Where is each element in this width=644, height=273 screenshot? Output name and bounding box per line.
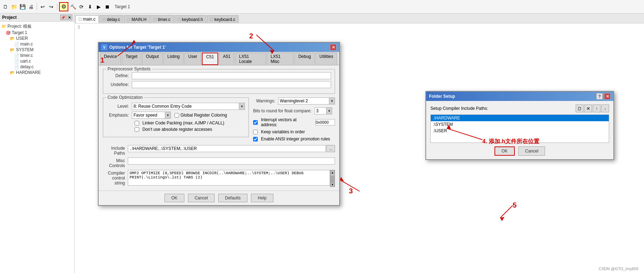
folder-dialog-footer: OK Cancel <box>430 146 609 156</box>
toolbar-target-options-icon[interactable]: ⚙ <box>59 2 68 11</box>
folder-up-btn[interactable]: ↑ <box>593 105 601 112</box>
tree-hardware-folder[interactable]: 📂 HARDWARE <box>1 70 73 75</box>
tab-utilities[interactable]: Utilities <box>315 53 337 65</box>
bits-float-row: Bits to round for float compare: 3 ▼ <box>253 107 335 114</box>
tree-hardware-label: HARDWARE <box>16 70 41 75</box>
tab-debug[interactable]: Debug <box>294 53 315 65</box>
options-help-btn[interactable]: Help <box>251 194 273 202</box>
interrupt-checkbox[interactable] <box>253 120 258 125</box>
undefine-input[interactable] <box>132 81 331 88</box>
folder-dialog-close-btn[interactable]: ✕ <box>604 93 611 100</box>
options-cancel-btn[interactable]: Cancel <box>188 194 215 202</box>
options-dialog-icon: V <box>101 44 107 50</box>
emphasis-dropdown-arrow[interactable]: ▼ <box>165 112 171 118</box>
folder-cancel-btn[interactable]: Cancel <box>518 146 545 156</box>
tab-bar: main.c delay.c MAIN.H timer.c keyboard.h… <box>75 14 644 23</box>
toolbar-open-icon[interactable]: 📁 <box>10 3 18 11</box>
tab-delay-c[interactable]: delay.c <box>99 15 123 23</box>
tab-a51[interactable]: A51 <box>219 53 234 65</box>
options-defaults-btn[interactable]: Defaults <box>218 194 247 202</box>
tab-main-h[interactable]: MAIN.H <box>124 15 150 23</box>
folder-delete-btn[interactable]: ✕ <box>584 105 592 112</box>
undefine-row: Undefine: <box>107 81 331 88</box>
include-paths-browse-btn[interactable]: ... <box>326 145 335 152</box>
keep-variables-checkbox[interactable] <box>253 130 258 134</box>
bits-float-arrow[interactable]: ▼ <box>326 108 332 114</box>
tab-lx51-locate[interactable]: LX51 Locate <box>235 53 266 65</box>
folder-down-btn[interactable]: ↓ <box>601 105 609 112</box>
linker-packing-checkbox[interactable] <box>135 121 139 125</box>
folder-list-item-1[interactable]: .\SYSTEM <box>431 121 609 128</box>
toolbar-stop-icon[interactable]: ⏹ <box>103 3 111 11</box>
tab-target-opt[interactable]: Target <box>122 53 141 65</box>
toolbar-download-icon[interactable]: ⬇ <box>86 3 94 11</box>
tab-keyboard-c[interactable]: keyboard.c <box>207 15 239 23</box>
tab-user[interactable]: User <box>184 53 201 65</box>
dont-use-absolute-row: Don't use absolute register accesses <box>107 127 245 132</box>
undefine-label: Undefine: <box>107 82 132 87</box>
options-dialog-close[interactable]: ✕ <box>330 44 336 50</box>
tree-delay-c[interactable]: 📄 delay.c <box>1 64 73 70</box>
toolbar: 🗋 📁 💾 🖨 ↩ ↪ ⚙ 🔨 ⟳ ⬇ ▶ ⏹ Target 1 <box>0 0 644 14</box>
toolbar-redo-icon[interactable]: ↪ <box>47 3 55 11</box>
tree-target1[interactable]: 🎯 Target 1 <box>1 30 73 36</box>
toolbar-save-icon[interactable]: 💾 <box>19 3 26 11</box>
tree-hardware-icon: 📂 <box>10 70 15 75</box>
options-ok-btn[interactable]: OK <box>164 194 184 202</box>
misc-controls-input[interactable] <box>128 157 335 165</box>
compiler-string-textarea[interactable]: OMF2 OPTIMIZE (8,SPEED) BROWSE INCDIR(..… <box>128 170 330 186</box>
folder-dialog-help-btn[interactable]: ? <box>596 93 603 100</box>
toolbar-build-icon[interactable]: 🔨 <box>69 3 77 11</box>
folder-new-btn[interactable]: 🗋 <box>576 105 583 112</box>
tree-user-folder[interactable]: 📂 USER <box>1 36 73 41</box>
tab-output[interactable]: Output <box>142 53 163 65</box>
scroll-thumb[interactable] <box>330 175 335 182</box>
global-register-label: Global Register Coloring <box>180 113 227 118</box>
tab-listing[interactable]: Listing <box>163 53 184 65</box>
preprocessor-title: Preprocessor Symbols <box>106 66 152 71</box>
toolbar-undo-icon[interactable]: ↩ <box>39 3 47 11</box>
panel-pin-btn[interactable]: 📌 <box>60 15 66 20</box>
toolbar-rebuild-icon[interactable]: ⟳ <box>78 3 85 11</box>
folder-list-item-0[interactable]: .\HARDWARE <box>431 115 609 121</box>
scroll-down[interactable]: ▼ <box>330 182 335 187</box>
interrupt-address-input[interactable] <box>315 119 335 125</box>
enable-ansi-label: Enable ANSI integer promotion rules <box>261 136 330 141</box>
tab-keyboard-h[interactable]: keyboard.h <box>174 15 206 23</box>
tree-timer-c[interactable]: 📄 timer.c <box>1 53 73 58</box>
folder-ok-btn[interactable]: OK <box>494 146 515 156</box>
emphasis-dropdown[interactable]: Favor speed ▼ <box>132 112 171 119</box>
toolbar-run-icon[interactable]: ▶ <box>95 3 103 11</box>
toolbar-print-icon[interactable]: 🖨 <box>27 3 35 11</box>
tree-root[interactable]: 📁 Project: 模板 <box>1 23 73 30</box>
tree-main-c[interactable]: 📄 main.c <box>1 41 73 47</box>
compiler-string-scrollbar[interactable]: ▲ ▼ <box>330 170 335 187</box>
include-paths-input[interactable] <box>128 145 326 152</box>
warnings-dropdown[interactable]: Warninglevel 2 ▼ <box>278 97 335 105</box>
options-dialog-content: Preprocessor Symbols Define: Undefine: C <box>99 65 339 191</box>
level-dropdown-arrow[interactable]: ▼ <box>239 103 245 109</box>
tree-folder-icon: 📂 <box>10 36 15 41</box>
tab-c51[interactable]: C51 <box>202 53 218 65</box>
toolbar-new-icon[interactable]: 🗋 <box>1 3 9 11</box>
include-paths-row: IncludePaths ... <box>103 145 335 156</box>
svg-marker-5 <box>340 177 344 181</box>
tab-lx51-misc[interactable]: LX51 Misc <box>267 53 294 65</box>
project-panel-title: Project <box>2 15 17 20</box>
tree-system-folder[interactable]: 📂 SYSTEM <box>1 47 73 53</box>
warnings-dropdown-arrow[interactable]: ▼ <box>329 98 335 104</box>
main-layout: Project 📌 ✕ 📁 Project: 模板 🎯 Target 1 📂 U… <box>0 14 644 273</box>
panel-close-btn[interactable]: ✕ <box>67 15 72 20</box>
tab-timer-c[interactable]: timer.c <box>150 15 173 23</box>
global-register-checkbox[interactable] <box>174 113 179 118</box>
define-input[interactable] <box>132 72 331 79</box>
bits-float-dropdown[interactable]: 3 ▼ <box>314 107 332 114</box>
tab-main-c[interactable]: main.c <box>75 15 99 23</box>
dont-use-checkbox[interactable] <box>135 127 139 132</box>
scroll-up[interactable]: ▲ <box>330 170 335 175</box>
level-dropdown[interactable]: 8: Reuse Common Entry Code ▼ <box>132 103 245 110</box>
enable-ansi-checkbox[interactable] <box>253 137 258 141</box>
folder-list-item-2[interactable]: .\USER <box>431 128 609 134</box>
tab-device[interactable]: Device <box>100 53 121 65</box>
tree-uart-c[interactable]: 📄 uart.c <box>1 58 73 64</box>
